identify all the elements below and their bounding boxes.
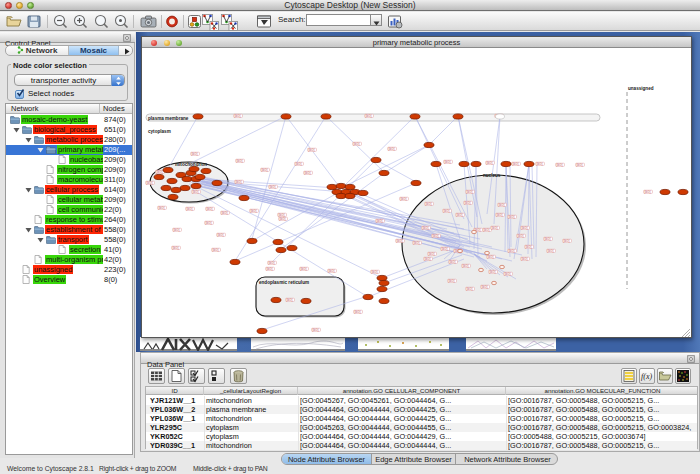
svg-text:f(x): f(x) — [641, 372, 652, 381]
svg-text:[GO:]: [GO:] — [424, 257, 430, 261]
svg-text:plasma membrane: plasma membrane — [148, 116, 189, 121]
svg-text:[GO:]: [GO:] — [388, 147, 394, 151]
svg-text:[GO:]: [GO:] — [508, 249, 514, 253]
svg-text:[GO:]: [GO:] — [496, 213, 502, 217]
svg-text:[GO:]: [GO:] — [250, 209, 256, 213]
svg-text:[GO:]: [GO:] — [353, 142, 359, 146]
svg-text:[GO:]: [GO:] — [212, 248, 218, 252]
svg-text:[GO:]: [GO:] — [308, 148, 314, 152]
svg-text:nucleus: nucleus — [483, 173, 501, 178]
svg-text:[GO:]: [GO:] — [269, 185, 275, 189]
svg-text:[GO:]: [GO:] — [525, 245, 531, 249]
svg-text:[GO:]: [GO:] — [205, 221, 211, 225]
svg-text:[GO:]: [GO:] — [186, 207, 192, 211]
svg-text:[GO:]: [GO:] — [428, 252, 434, 256]
svg-text:[GO:]: [GO:] — [365, 114, 371, 118]
svg-text:[GO:]: [GO:] — [286, 298, 292, 302]
svg-text:[GO:]: [GO:] — [486, 161, 492, 165]
svg-text:cytoplasm: cytoplasm — [148, 129, 171, 134]
svg-text:[GO:]: [GO:] — [312, 328, 318, 332]
svg-text:[GO:]: [GO:] — [236, 159, 242, 163]
svg-text:[GO:]: [GO:] — [444, 160, 450, 164]
svg-text:[GO:]: [GO:] — [456, 213, 462, 217]
svg-text:[GO:]: [GO:] — [556, 163, 562, 167]
svg-text:[GO:]: [GO:] — [498, 203, 504, 207]
svg-text:[GO:]: [GO:] — [563, 239, 569, 243]
svg-text:[GO:]: [GO:] — [425, 202, 431, 206]
svg-text:[GO:]: [GO:] — [487, 255, 493, 259]
svg-text:[GO:]: [GO:] — [354, 310, 360, 314]
svg-text:[GO:]: [GO:] — [508, 215, 514, 219]
svg-text:[GO:]: [GO:] — [547, 249, 553, 253]
svg-text:[GO:]: [GO:] — [489, 270, 495, 274]
svg-text:[GO:]: [GO:] — [268, 261, 274, 265]
svg-text:[GO:]: [GO:] — [521, 257, 527, 261]
svg-text:[GO:]: [GO:] — [464, 201, 470, 205]
svg-text:[GO:]: [GO:] — [400, 197, 406, 201]
svg-text:[GO:]: [GO:] — [371, 270, 377, 274]
svg-text:[GO:]: [GO:] — [172, 246, 178, 250]
svg-text:[GO:]: [GO:] — [536, 162, 542, 166]
svg-text:[GO:]: [GO:] — [192, 190, 198, 194]
svg-text:[GO:]: [GO:] — [235, 180, 241, 184]
svg-text:[GO:]: [GO:] — [304, 171, 310, 175]
svg-text:[GO:]: [GO:] — [328, 269, 334, 273]
svg-text:[GO:]: [GO:] — [173, 228, 179, 232]
svg-text:endoplasmic reticulum: endoplasmic reticulum — [259, 280, 309, 285]
svg-text:[GO:]: [GO:] — [396, 239, 402, 243]
svg-text:[GO:]: [GO:] — [449, 260, 455, 264]
svg-text:[GO:]: [GO:] — [521, 226, 527, 230]
svg-text:[GO:]: [GO:] — [266, 267, 272, 271]
svg-text:[GO:]: [GO:] — [158, 206, 164, 210]
svg-text:[GO:]: [GO:] — [466, 190, 472, 194]
svg-text:[GO:]: [GO:] — [295, 162, 301, 166]
svg-text:[GO:]: [GO:] — [443, 209, 449, 213]
svg-text:[GO:]: [GO:] — [422, 226, 428, 230]
svg-text:[GO:]: [GO:] — [278, 213, 284, 217]
svg-text:[GO:]: [GO:] — [234, 114, 240, 118]
svg-text:[GO:]: [GO:] — [544, 237, 550, 241]
svg-text:[GO:]: [GO:] — [217, 233, 223, 237]
svg-text:[GO:]: [GO:] — [644, 190, 650, 194]
svg-text:[GO:]: [GO:] — [576, 163, 582, 167]
svg-text:[GO:]: [GO:] — [512, 162, 518, 166]
svg-text:[GO:]: [GO:] — [517, 234, 523, 238]
svg-text:[GO:]: [GO:] — [206, 207, 212, 211]
svg-text:[GO:]: [GO:] — [504, 272, 510, 276]
svg-text:[GO:]: [GO:] — [279, 217, 285, 221]
svg-text:[GO:]: [GO:] — [376, 219, 382, 223]
svg-text:[GO:]: [GO:] — [191, 152, 197, 156]
svg-text:unassigned: unassigned — [628, 86, 654, 91]
svg-text:[GO:]: [GO:] — [481, 285, 487, 289]
svg-text:[GO:]: [GO:] — [432, 234, 438, 238]
svg-text:[GO:]: [GO:] — [466, 287, 472, 291]
svg-text:[GO:]: [GO:] — [448, 279, 454, 283]
svg-text:[GO:]: [GO:] — [413, 241, 419, 245]
svg-text:mitochondrion: mitochondrion — [175, 162, 207, 167]
svg-text:[GO:]: [GO:] — [462, 264, 468, 268]
svg-text:[GO:]: [GO:] — [483, 228, 489, 232]
svg-text:[GO:]: [GO:] — [300, 267, 306, 271]
svg-text:[GO:]: [GO:] — [221, 211, 227, 215]
svg-text:[GO:]: [GO:] — [261, 168, 267, 172]
svg-text:[GO:]: [GO:] — [491, 226, 497, 230]
svg-text:[GO:]: [GO:] — [441, 247, 447, 251]
svg-text:[GO:]: [GO:] — [156, 170, 162, 174]
svg-text:[GO:]: [GO:] — [146, 181, 152, 185]
